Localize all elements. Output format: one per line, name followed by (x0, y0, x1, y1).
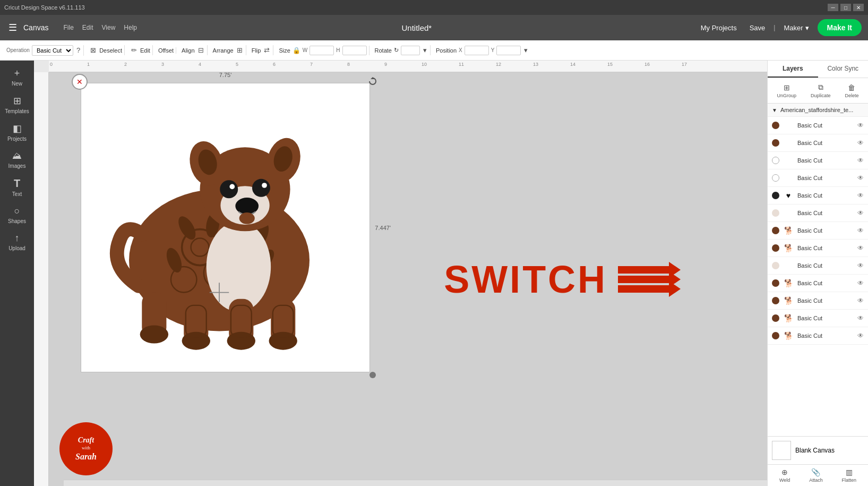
y-input[interactable]: 0.489 (496, 46, 521, 55)
view-menu[interactable]: View (102, 24, 116, 31)
layer-item[interactable]: ♥ Basic Cut 👁 (768, 187, 868, 204)
rotate-more-button[interactable]: ▾ (422, 45, 428, 55)
rotation-handle[interactable] (368, 77, 376, 84)
chevron-down-icon: ▾ (805, 24, 809, 32)
white-canvas[interactable]: ✕ 7.75' 7.447' (81, 83, 370, 372)
svg-point-1 (369, 372, 376, 378)
layer-thumbnail: ♥ (783, 190, 794, 201)
layer-item[interactable]: Basic Cut 👁 (768, 169, 868, 187)
canvas-area: 0 1 2 3 4 5 6 7 8 9 10 11 12 13 14 15 16… (34, 61, 767, 486)
layer-name: Basic Cut (797, 192, 854, 199)
visibility-icon[interactable]: 👁 (857, 139, 864, 147)
sidebar-item-images[interactable]: ⛰ Images (2, 147, 32, 172)
layer-item[interactable]: Basic Cut 👁 (768, 204, 868, 222)
sidebar-item-shapes[interactable]: ○ Shapes (2, 202, 32, 227)
weld-button[interactable]: ⊕ Weld (779, 468, 790, 483)
sidebar-item-new[interactable]: + New (2, 65, 32, 90)
deselect-icon: ⊠ (90, 46, 96, 54)
canvas-content[interactable]: ✕ 7.75' 7.447' (49, 72, 767, 486)
position-more-button[interactable]: ▾ (523, 45, 529, 55)
layer-item[interactable]: 🐕 Basic Cut 👁 (768, 327, 868, 345)
layer-item[interactable]: Basic Cut 👁 (768, 257, 868, 275)
visibility-icon[interactable]: 👁 (857, 279, 864, 287)
edit-button[interactable]: ✏ (130, 45, 138, 55)
operation-select[interactable]: Basic Cut (32, 45, 73, 56)
templates-icon: ⊞ (13, 95, 21, 107)
visibility-icon[interactable]: 👁 (857, 209, 864, 217)
arrange-icon[interactable]: ⊞ (236, 45, 244, 55)
visibility-icon[interactable]: 👁 (857, 332, 864, 339)
rotate-input[interactable]: 0 (401, 46, 420, 55)
maximize-button[interactable]: □ (840, 4, 851, 11)
layer-name: Basic Cut (797, 175, 854, 181)
flip-icon[interactable]: ⇄ (263, 45, 271, 55)
help-menu[interactable]: Help (124, 24, 137, 31)
align-icon[interactable]: ⊟ (197, 45, 205, 55)
flatten-button[interactable]: ▥ Flatten (842, 468, 857, 483)
visibility-icon[interactable]: 👁 (857, 314, 864, 322)
new-icon: + (14, 68, 20, 79)
position-label: Position (436, 47, 457, 54)
close-selection-button[interactable]: ✕ (72, 74, 88, 90)
layer-name: Basic Cut (797, 157, 854, 164)
sidebar-item-text[interactable]: T Text (2, 174, 32, 200)
sidebar-item-templates[interactable]: ⊞ Templates (2, 92, 32, 117)
layer-item[interactable]: Basic Cut 👁 (768, 117, 868, 134)
visibility-icon[interactable]: 👁 (857, 157, 864, 164)
minimize-button[interactable]: ─ (828, 4, 838, 11)
x-input[interactable]: 1.188 (465, 46, 489, 55)
my-projects-button[interactable]: My Projects (697, 22, 741, 34)
visibility-icon[interactable]: 👁 (857, 262, 864, 269)
delete-button[interactable]: 🗑 Delete (841, 82, 862, 100)
make-it-button[interactable]: Make It (818, 19, 862, 36)
layer-item[interactable]: Basic Cut 👁 (768, 152, 868, 169)
layer-thumbnail: 🐕 (783, 295, 794, 306)
visibility-icon[interactable]: 👁 (857, 297, 864, 304)
shapes-icon: ○ (14, 206, 20, 217)
layer-thumbnail (783, 172, 794, 184)
edit-menu[interactable]: Edit (82, 24, 93, 31)
layer-item[interactable]: 🐕 Basic Cut 👁 (768, 292, 868, 310)
text-icon: T (14, 177, 20, 190)
visibility-icon[interactable]: 👁 (857, 192, 864, 199)
layer-thumbnail: 🐕 (783, 312, 794, 324)
width-input[interactable]: 7.475 (310, 46, 334, 55)
hamburger-menu-button[interactable]: ☰ (6, 20, 19, 36)
layer-item[interactable]: 🐕 Basic Cut 👁 (768, 222, 868, 240)
duplicate-button[interactable]: ⧉ Duplicate (807, 81, 834, 100)
layer-thumbnail: 🐕 (783, 277, 794, 289)
visibility-icon[interactable]: 👁 (857, 244, 864, 252)
tab-color-sync[interactable]: Color Sync (818, 61, 869, 78)
tab-layers[interactable]: Layers (768, 61, 818, 78)
arrow-line-1 (618, 266, 671, 274)
layer-item[interactable]: Basic Cut 👁 (768, 134, 868, 152)
close-button[interactable]: ✕ (853, 4, 864, 11)
horizontal-scrollbar[interactable] (64, 480, 767, 486)
layer-item[interactable]: 🐕 Basic Cut 👁 (768, 275, 868, 292)
file-menu[interactable]: File (63, 24, 73, 31)
align-label: Align (182, 47, 194, 54)
operation-help-button[interactable]: ? (75, 45, 81, 55)
layer-item[interactable]: 🐕 Basic Cut 👁 (768, 240, 868, 257)
save-button[interactable]: Save (745, 22, 770, 34)
canvas-label: Canvas (23, 23, 48, 32)
layer-item[interactable]: 🐕 Basic Cut 👁 (768, 310, 868, 327)
layer-color-dot (772, 279, 779, 287)
deselect-button[interactable]: ⊠ (89, 45, 97, 55)
attach-icon: 📎 (811, 468, 820, 476)
sidebar-item-projects[interactable]: ◧ Projects (2, 120, 32, 145)
sidebar-item-upload[interactable]: ↑ Upload (2, 229, 32, 254)
visibility-icon[interactable]: 👁 (857, 227, 864, 234)
layer-group-header[interactable]: ▼ American_staffordshire_te... (768, 104, 868, 117)
visibility-icon[interactable]: 👁 (857, 122, 864, 129)
panel-tabs: Layers Color Sync (768, 61, 868, 78)
arrow-line-3 (618, 285, 671, 293)
svg-point-23 (220, 180, 238, 198)
maker-dropdown-button[interactable]: Maker ▾ (779, 22, 813, 34)
attach-button[interactable]: 📎 Attach (809, 468, 823, 483)
visibility-icon[interactable]: 👁 (857, 174, 864, 182)
ungroup-button[interactable]: ⊞ UnGroup (774, 82, 800, 100)
height-input[interactable]: 7.447 (342, 46, 367, 55)
scale-handle[interactable] (368, 371, 376, 378)
separator: | (774, 24, 775, 31)
